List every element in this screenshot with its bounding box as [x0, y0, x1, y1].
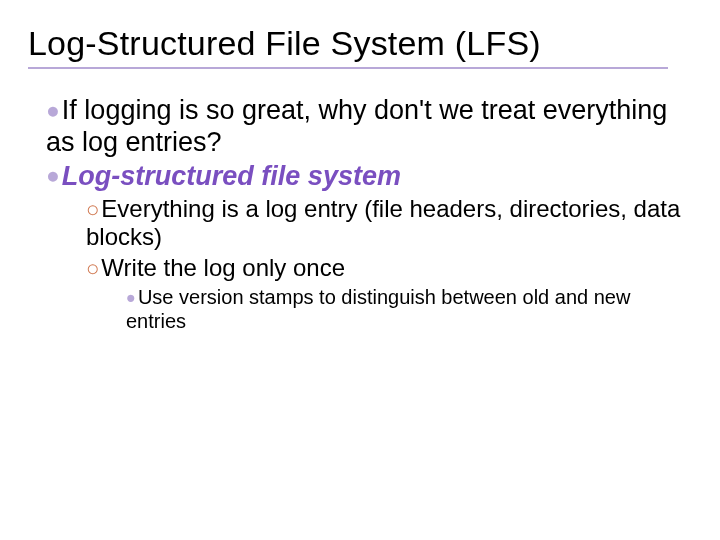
circle-icon: ○	[86, 197, 99, 223]
circle-icon: ○	[86, 256, 99, 282]
bullet-level2: ○Write the log only once	[86, 254, 692, 283]
title-divider	[28, 67, 668, 69]
bullet-text: Use version stamps to distinguish betwee…	[126, 286, 630, 332]
disc-icon: ●	[126, 287, 136, 307]
bullet-text-emphasis: Log-structured file system	[62, 161, 401, 191]
bullet-level1: ●If logging is so great, why don't we tr…	[46, 95, 692, 159]
disc-icon: ●	[46, 162, 60, 189]
disc-icon: ●	[46, 97, 60, 124]
slide: Log-Structured File System (LFS) ●If log…	[0, 0, 720, 540]
bullet-level2: ○Everything is a log entry (file headers…	[86, 195, 692, 253]
page-title: Log-Structured File System (LFS)	[28, 24, 692, 63]
bullet-text: Everything is a log entry (file headers,…	[86, 195, 680, 251]
bullet-level3: ●Use version stamps to distinguish betwe…	[126, 285, 692, 334]
bullet-level1: ●Log-structured file system	[46, 161, 692, 193]
bullet-text: Write the log only once	[101, 254, 345, 281]
bullet-text: If logging is so great, why don't we tre…	[46, 95, 667, 157]
